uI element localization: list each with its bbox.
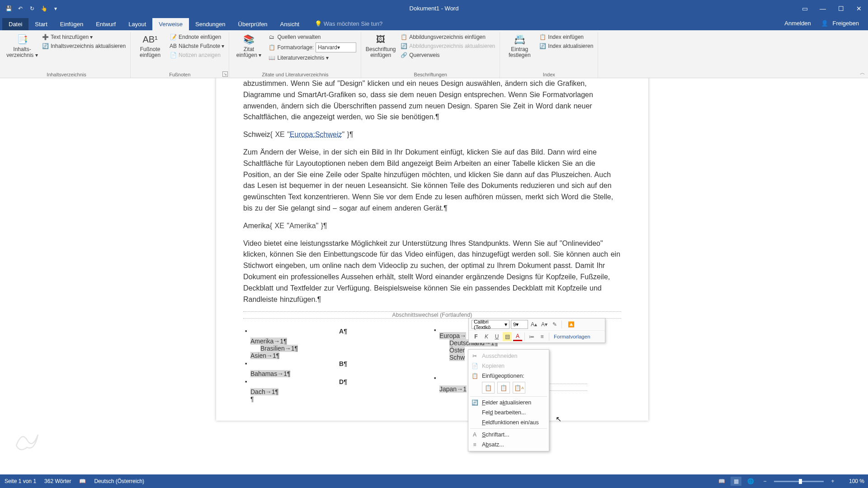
- cm-edit-field[interactable]: Feld bearbeiten...: [468, 408, 549, 418]
- cm-paste-label: 📋Einfügeoptionen:: [468, 371, 549, 381]
- page[interactable]: abzustimmen. Wenn Sie auf "Design" klick…: [216, 78, 648, 421]
- qat-redo[interactable]: ↻: [27, 4, 37, 14]
- sign-in-button[interactable]: Anmelden: [782, 19, 814, 28]
- window-title: Dokument1 - Word: [410, 5, 459, 12]
- mini-shrink-font[interactable]: A▾: [540, 320, 549, 329]
- mini-numbering[interactable]: ≡: [538, 332, 547, 341]
- index-subentry[interactable]: Brasilien→1¶: [243, 345, 432, 352]
- group-label-citations: Zitate und Literaturverzeichnis: [229, 72, 361, 77]
- index-entry-amerika[interactable]: Amerika{ XE "Amerika" }¶: [243, 221, 621, 232]
- toc-icon: 📑: [15, 33, 29, 46]
- maximize-button[interactable]: ☐: [832, 0, 850, 17]
- paragraph-mark[interactable]: ¶: [243, 395, 432, 403]
- status-page[interactable]: Seite 1 von 1: [5, 478, 36, 484]
- document-area[interactable]: abzustimmen. Wenn Sie auf "Design" klick…: [0, 78, 868, 474]
- body-paragraph[interactable]: abzustimmen. Wenn Sie auf "Design" klick…: [243, 78, 621, 123]
- mini-styles-button[interactable]: 🔼: [564, 320, 578, 329]
- tab-entwurf[interactable]: Entwurf: [90, 18, 122, 30]
- group-label-toc: Inhaltsverzeichnis: [3, 72, 130, 77]
- paste-text-only[interactable]: 📋A: [513, 382, 525, 394]
- view-read-mode[interactable]: 📖: [716, 477, 727, 486]
- insert-endnote-button[interactable]: 📝Endnote einfügen: [169, 33, 225, 41]
- citation-style-control[interactable]: 📋Formatvorlage: Harvard ▾: [267, 42, 357, 53]
- zoom-slider[interactable]: [774, 481, 824, 482]
- qat-customize[interactable]: ▾: [51, 4, 61, 14]
- status-spellcheck-icon[interactable]: 📖: [79, 478, 86, 484]
- paste-keep-formatting[interactable]: 📋: [482, 382, 495, 394]
- tab-einfuegen[interactable]: Einfügen: [54, 18, 90, 30]
- close-button[interactable]: ✕: [850, 0, 868, 17]
- mini-bold[interactable]: F: [472, 332, 481, 341]
- share-button[interactable]: 👤 Freigeben: [818, 19, 864, 28]
- section-break: Abschnittswechsel (Fortlaufend): [243, 311, 621, 319]
- paste-merge-formatting[interactable]: 📋: [497, 382, 510, 394]
- mini-highlight[interactable]: ▤: [503, 332, 512, 341]
- view-print-layout[interactable]: ▦: [731, 477, 741, 486]
- qat-undo[interactable]: ↶: [15, 4, 25, 14]
- index-entry-schweiz[interactable]: Schweiz{ XE "Europa:Schweiz" }¶: [243, 129, 621, 141]
- tab-sendungen[interactable]: Sendungen: [189, 18, 232, 30]
- minimize-button[interactable]: —: [814, 0, 832, 17]
- insert-figures-list-button[interactable]: 📋Abbildungsverzeichnis einfügen: [399, 33, 496, 41]
- add-text-button[interactable]: ➕Text hinzufügen ▾: [41, 33, 127, 41]
- bibliography-button[interactable]: 📖Literaturverzeichnis ▾: [267, 54, 357, 62]
- index-heading[interactable]: B¶: [243, 360, 432, 367]
- next-footnote-button[interactable]: ABNächste Fußnote ▾: [169, 42, 225, 50]
- mini-font-color[interactable]: A: [513, 332, 522, 341]
- citation-icon: 📚: [242, 33, 255, 46]
- qat-save[interactable]: 💾: [4, 4, 14, 14]
- mini-format-painter[interactable]: ✎: [550, 320, 559, 329]
- mini-grow-font[interactable]: A▴: [529, 320, 538, 329]
- mini-toolbar[interactable]: Calibri (Textkö▾ 9 ▾ A▴ A▾ ✎ 🔼 F K U ▤ A…: [468, 318, 605, 343]
- index-heading[interactable]: A¶: [243, 328, 432, 335]
- index-entry[interactable]: Bahamas→1¶: [243, 370, 432, 377]
- tab-verweise[interactable]: Verweise: [152, 18, 189, 30]
- insert-citation-button[interactable]: 📚 Zitat einfügen ▾: [233, 33, 264, 58]
- cm-font[interactable]: ASchriftart...: [468, 430, 549, 440]
- index-entry[interactable]: Asien→1¶: [243, 352, 432, 359]
- manage-sources-button[interactable]: 🗂Quellen verwalten: [267, 33, 357, 41]
- tab-start[interactable]: Start: [28, 18, 53, 30]
- tab-ansicht[interactable]: Ansicht: [274, 18, 306, 30]
- cm-update-fields[interactable]: 🔄Felder aktualisieren: [468, 398, 549, 408]
- index-entry[interactable]: Amerika→1¶: [243, 338, 432, 345]
- tab-layout[interactable]: Layout: [122, 18, 152, 30]
- mini-italic[interactable]: K: [482, 332, 491, 341]
- mini-underline[interactable]: U: [492, 332, 501, 341]
- group-label-footnotes: Fußnoten: [131, 72, 229, 77]
- status-word-count[interactable]: 362 Wörter: [44, 478, 71, 484]
- update-index-button[interactable]: 🔄Index aktualisieren: [538, 42, 594, 50]
- zoom-in[interactable]: +: [827, 477, 838, 486]
- collapse-ribbon-button[interactable]: ︿: [860, 69, 865, 77]
- insert-footnote-button[interactable]: AB¹ Fußnote einfügen: [134, 33, 166, 58]
- insert-index-button[interactable]: 📋Index einfügen: [538, 33, 594, 41]
- mark-entry-button[interactable]: 📇 Eintrag festlegen: [504, 33, 535, 58]
- mini-font-combo[interactable]: Calibri (Textkö▾: [472, 320, 509, 329]
- footnotes-dialog-launcher[interactable]: ↘: [222, 71, 228, 77]
- status-language[interactable]: Deutsch (Österreich): [94, 478, 144, 484]
- ribbon-display-options[interactable]: ▭: [796, 0, 814, 17]
- index-entry[interactable]: Dach→1¶: [243, 388, 432, 395]
- caption-icon: 🖼: [374, 33, 387, 46]
- body-paragraph[interactable]: Video bietet eine leistungsstarke Möglic…: [243, 238, 621, 305]
- tab-ueberpruefen[interactable]: Überprüfen: [232, 18, 274, 30]
- cross-reference-button[interactable]: 🔗Querverweis: [399, 51, 496, 59]
- mini-styles-link[interactable]: Formatvorlagen: [552, 334, 593, 339]
- watermark-icon: [9, 420, 45, 456]
- paragraph-icon: ≡: [471, 441, 478, 448]
- qat-touch[interactable]: 👆: [39, 4, 49, 14]
- cm-toggle-field-codes[interactable]: Feldfunktionen ein/aus: [468, 418, 549, 427]
- body-paragraph[interactable]: Zum Ändern der Weise, in der sich ein Bi…: [243, 147, 621, 214]
- toc-button[interactable]: 📑 Inhalts- verzeichnis ▾: [6, 33, 38, 58]
- index-heading[interactable]: D¶: [243, 378, 432, 385]
- tell-me-search[interactable]: 💡 Was möchten Sie tun?: [315, 20, 382, 27]
- tab-datei[interactable]: Datei: [2, 18, 28, 30]
- insert-caption-button[interactable]: 🖼 Beschriftung einfügen: [365, 33, 396, 58]
- mini-size-combo[interactable]: 9 ▾: [511, 320, 528, 329]
- zoom-level[interactable]: 100 %: [842, 478, 864, 484]
- update-toc-button[interactable]: 🔄Inhaltsverzeichnis aktualisieren: [41, 42, 127, 50]
- zoom-out[interactable]: −: [760, 477, 770, 486]
- view-web-layout[interactable]: 🌐: [745, 477, 756, 486]
- cm-paragraph[interactable]: ≡Absatz...: [468, 440, 549, 450]
- mini-bullets[interactable]: ≔: [527, 332, 536, 341]
